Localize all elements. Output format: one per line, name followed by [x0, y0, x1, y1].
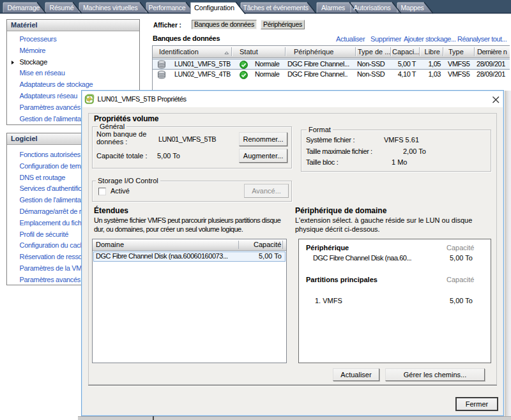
svg-text:Tâches et événements: Tâches et événements — [243, 4, 309, 11]
svg-text:Résumé: Résumé — [50, 4, 74, 11]
svg-text:Alarmes: Alarmes — [321, 4, 345, 11]
svg-text:Configuration: Configuration — [194, 4, 234, 11]
svg-text:Mappes: Mappes — [401, 4, 424, 11]
svg-text:Démarrage: Démarrage — [8, 4, 40, 11]
svg-text:Performance: Performance — [149, 4, 186, 11]
svg-text:Autorisations: Autorisations — [354, 4, 391, 11]
svg-text:Machines virtuelles: Machines virtuelles — [83, 4, 138, 11]
